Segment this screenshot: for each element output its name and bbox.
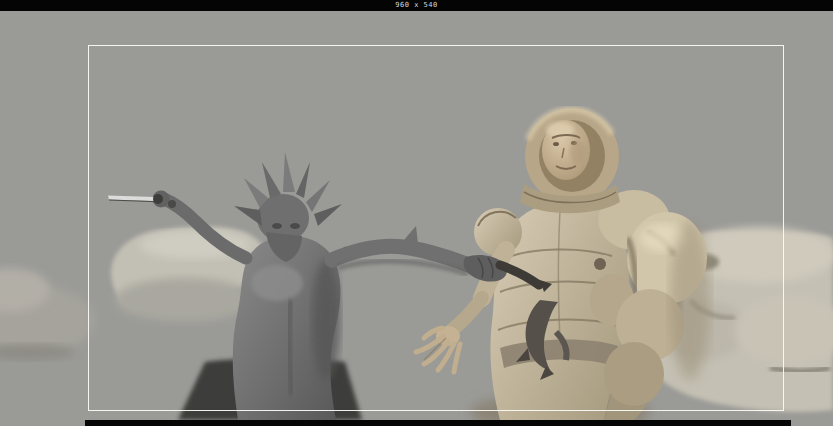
video-frame: 960 x 540	[0, 0, 833, 426]
eye-socket	[290, 223, 300, 229]
shading-shape	[289, 300, 292, 395]
resolution-label: 960 x 540	[395, 0, 437, 11]
shading-shape	[312, 260, 340, 380]
shading-shape	[670, 220, 710, 380]
sword-guard	[153, 194, 163, 204]
3d-viewport[interactable]	[0, 0, 833, 426]
sword-pommel	[168, 200, 176, 208]
shading-shape	[251, 265, 303, 301]
eye-socket	[272, 223, 282, 229]
forearm-armor	[604, 342, 664, 406]
shading-shape	[115, 278, 255, 322]
eye	[553, 142, 559, 146]
title-bar: 960 x 540	[0, 0, 833, 11]
chest-vent	[594, 258, 606, 270]
shading-shape	[570, 140, 586, 164]
bottom-letterbox	[85, 420, 791, 426]
